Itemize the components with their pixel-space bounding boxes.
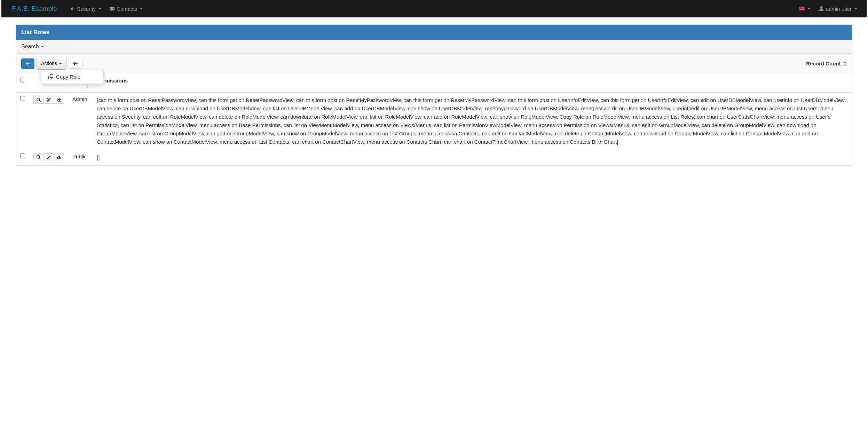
envelope-icon [110, 6, 115, 11]
column-header-permissions: Permissions [93, 74, 852, 92]
uk-flag-icon [799, 7, 805, 11]
edit-button[interactable] [44, 153, 54, 161]
roles-table: Name ↕ Permissions Ad [16, 74, 852, 166]
select-all-checkbox[interactable] [20, 78, 25, 82]
back-button[interactable] [69, 59, 82, 69]
row-checkbox[interactable] [20, 96, 25, 101]
copy-icon [48, 74, 53, 79]
record-count: Record Count: 2 [806, 61, 847, 66]
caret-icon [854, 8, 857, 9]
edit-icon [47, 98, 51, 102]
record-count-value: 2 [844, 61, 847, 66]
roles-panel: List Roles Search Actions [16, 24, 852, 166]
cell-name: Public [68, 150, 93, 165]
edit-button[interactable] [44, 96, 54, 104]
search-label: Search [21, 44, 39, 50]
sort-both-icon: ↕ [72, 84, 88, 89]
panel-title: List Roles [16, 25, 852, 40]
nav-contacts[interactable]: Contacts [105, 1, 147, 17]
cell-permissions: [can this form post on ResetPasswordView… [93, 92, 852, 150]
caret-icon [808, 8, 811, 9]
show-button[interactable] [33, 153, 44, 161]
nav-security[interactable]: Security [66, 1, 105, 17]
actions-label: Actions [41, 60, 57, 67]
nav-security-label: Security [77, 6, 96, 12]
caret-icon [41, 46, 44, 47]
eraser-icon [57, 98, 61, 102]
delete-button[interactable] [54, 153, 64, 161]
nav-language[interactable] [795, 1, 815, 17]
caret-icon [140, 8, 143, 9]
caret-icon [59, 63, 62, 64]
nav-user[interactable]: admin user [815, 1, 861, 17]
actions-button[interactable]: Actions [37, 58, 66, 70]
search-toggle[interactable]: Search [16, 40, 852, 54]
nav-contacts-label: Contacts [117, 6, 137, 12]
search-icon [37, 98, 41, 102]
table-row: Public [] [16, 150, 852, 165]
copy-role-label: Copy Role [56, 74, 80, 80]
row-checkbox[interactable] [20, 153, 25, 158]
navbar: F.A.B. Example Security Contacts [1, 0, 867, 17]
show-button[interactable] [33, 96, 44, 104]
actions-dropdown: Copy Role [41, 70, 104, 84]
record-count-label: Record Count: [806, 61, 842, 66]
gears-icon [70, 6, 75, 11]
caret-icon [98, 8, 101, 9]
delete-button[interactable] [54, 96, 64, 104]
edit-icon [47, 155, 51, 159]
toolbar: Actions Copy Role Record Count: 2 [16, 54, 852, 74]
table-row: Admin [can this form post on ResetPasswo… [16, 92, 852, 150]
search-icon [37, 155, 41, 159]
nav-user-label: admin user [826, 6, 852, 12]
copy-role-action[interactable]: Copy Role [41, 72, 103, 82]
plus-icon [25, 61, 30, 66]
user-icon [819, 6, 824, 11]
arrow-left-icon [73, 61, 78, 66]
brand-link[interactable]: F.A.B. Example [7, 0, 62, 18]
cell-permissions: [] [93, 150, 852, 165]
add-button[interactable] [21, 58, 34, 69]
cell-name: Admin [68, 92, 93, 150]
eraser-icon [57, 155, 61, 159]
